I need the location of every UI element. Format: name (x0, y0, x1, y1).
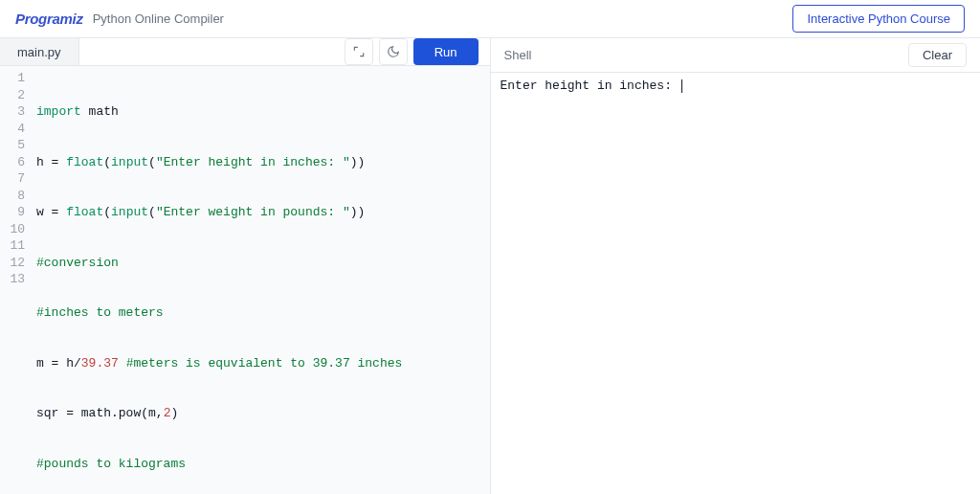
interactive-course-button[interactable]: Interactive Python Course (792, 5, 965, 33)
shell-line: Enter height in inches: (501, 79, 679, 93)
top-bar: Programiz Python Online Compiler Interac… (0, 0, 980, 38)
moon-icon (387, 45, 400, 58)
brand-area: Programiz Python Online Compiler (15, 11, 224, 27)
workspace: main.py Run 1 2 3 4 5 6 7 8 9 10 (0, 38, 980, 494)
code-content[interactable]: import math h = float(input("Enter heigh… (33, 66, 490, 494)
theme-toggle-button[interactable] (379, 38, 408, 65)
shell-pane: Shell Clear Enter height in inches: (491, 38, 981, 494)
run-button[interactable]: Run (413, 38, 479, 65)
clear-button[interactable]: Clear (908, 43, 967, 67)
line-gutter: 1 2 3 4 5 6 7 8 9 10 11 12 13 (0, 66, 33, 494)
shell-header: Shell Clear (491, 38, 981, 73)
logo: Programiz (15, 11, 83, 27)
expand-icon (352, 45, 366, 58)
code-editor[interactable]: 1 2 3 4 5 6 7 8 9 10 11 12 13 import mat… (0, 66, 490, 494)
page-subtitle: Python Online Compiler (93, 11, 224, 26)
editor-pane: main.py Run 1 2 3 4 5 6 7 8 9 10 (0, 38, 491, 494)
shell-title: Shell (491, 48, 532, 62)
shell-cursor (681, 79, 682, 93)
file-tab-label: main.py (17, 45, 61, 59)
editor-header: main.py Run (0, 38, 490, 66)
file-tab[interactable]: main.py (0, 38, 79, 65)
fullscreen-button[interactable] (345, 38, 373, 65)
shell-output[interactable]: Enter height in inches: (491, 73, 981, 494)
